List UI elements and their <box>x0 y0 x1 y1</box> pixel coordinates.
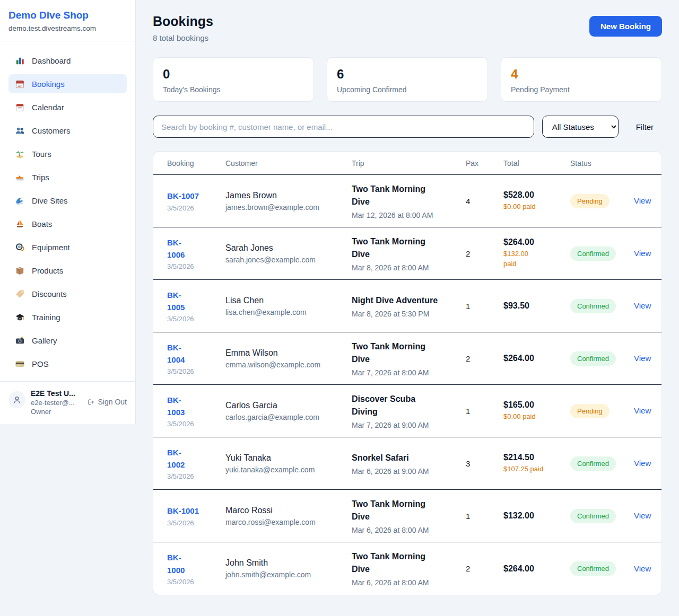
trip-datetime: Mar 7, 2026 at 8:00 AM <box>352 368 466 377</box>
pax-count: 4 <box>466 197 503 206</box>
sidebar-item-dashboard[interactable]: Dashboard <box>8 51 127 70</box>
booking-row-bk-1005: BK- 1005 3/5/2026 Lisa Chen lisa.chen@ex… <box>153 280 661 332</box>
total-amount: $264.00 <box>503 237 570 247</box>
total-amount: $132.00 <box>503 511 570 521</box>
sidebar-item-label: Dashboard <box>32 56 71 65</box>
sidebar-item-bookings[interactable]: 17 Bookings <box>8 74 127 93</box>
trip-datetime: Mar 6, 2026 at 8:00 AM <box>352 578 466 587</box>
booking-date: 3/5/2026 <box>167 204 225 212</box>
view-link[interactable]: View <box>634 511 651 520</box>
booking-date: 3/5/2026 <box>167 420 225 428</box>
view-link[interactable]: View <box>634 354 651 363</box>
customer-email: sarah.jones@example.com <box>225 256 352 264</box>
customer-name: Sarah Jones <box>225 243 352 253</box>
trip-datetime: Mar 8, 2026 at 5:30 PM <box>352 310 466 318</box>
page-title: Bookings <box>153 14 213 29</box>
booking-row-bk-1003: BK- 1003 3/5/2026 Carlos Garcia carlos.g… <box>153 385 661 437</box>
status-select[interactable]: All Statuses <box>542 116 619 138</box>
trip-name: Night Dive Adventure <box>352 294 466 307</box>
booking-row-bk-1006: BK- 1006 3/5/2026 Sarah Jones sarah.jone… <box>153 227 661 280</box>
stat-card: 6 Upcoming Confirmed <box>327 57 488 102</box>
column-header-total: Total <box>503 159 570 168</box>
customer-email: lisa.chen@example.com <box>225 308 352 316</box>
new-booking-button[interactable]: New Booking <box>589 16 662 37</box>
stat-label: Pending Payment <box>511 85 652 94</box>
sidebar-item-label: Products <box>32 266 63 275</box>
filter-button[interactable]: Filter <box>626 122 662 131</box>
booking-id-link[interactable]: BK- 1004 <box>167 341 185 366</box>
camera-icon <box>15 336 25 346</box>
sidebar-item-pos[interactable]: POS <box>8 354 127 373</box>
pax-count: 1 <box>466 302 503 311</box>
booking-id-link[interactable]: BK- 1003 <box>167 394 185 419</box>
stat-card: 0 Today's Bookings <box>153 57 314 102</box>
trip-datetime: Mar 12, 2026 at 8:00 AM <box>352 211 466 219</box>
sidebar-item-label: POS <box>32 359 49 368</box>
status-badge: Pending <box>570 404 610 418</box>
customers-icon <box>15 126 25 136</box>
sidebar-item-label: Equipment <box>32 243 70 252</box>
tag-icon <box>15 289 25 299</box>
trip-name: Two Tank Morning Dive <box>352 340 466 366</box>
sidebar-item-calendar[interactable]: Calendar <box>8 98 127 117</box>
status-badge: Confirmed <box>570 351 616 366</box>
booking-id-link[interactable]: BK-1007 <box>167 190 199 202</box>
stat-label: Today's Bookings <box>163 85 304 94</box>
sidebar-item-label: Boats <box>32 219 52 228</box>
view-link[interactable]: View <box>634 406 651 415</box>
shop-domain: demo.test.divestreams.com <box>8 24 127 32</box>
sidebar-item-label: Customers <box>32 126 71 135</box>
trip-name: Two Tank Morning Dive <box>352 498 466 523</box>
booking-id-link[interactable]: BK- 1000 <box>167 551 185 576</box>
user-meta: E2E Test U... e2e-tester@... Owner <box>31 389 82 416</box>
view-link[interactable]: View <box>634 249 651 258</box>
paid-amount: $0.00 paid <box>503 202 570 212</box>
customer-email: emma.wilson@example.com <box>225 360 352 369</box>
trip-name: Two Tank Morning Dive <box>352 183 466 208</box>
trip-name: Two Tank Morning Dive <box>352 550 466 576</box>
sidebar-item-tours[interactable]: Tours <box>8 144 127 163</box>
customer-email: james.brown@example.com <box>225 203 352 212</box>
sidebar-item-products[interactable]: Products <box>8 261 127 280</box>
trip-name: Snorkel Safari <box>352 452 466 464</box>
sidebar-item-equipment[interactable]: Equipment <box>8 237 127 257</box>
trip-name: Discover Scuba Diving <box>352 393 466 418</box>
sidebar-item-gallery[interactable]: Gallery <box>8 331 127 350</box>
customer-name: Emma Wilson <box>225 348 352 358</box>
trip-datetime: Mar 8, 2026 at 8:00 AM <box>352 263 466 272</box>
shop-name: Demo Dive Shop <box>8 10 127 21</box>
total-amount: $214.50 <box>503 453 570 462</box>
sidebar-item-dive-sites[interactable]: Dive Sites <box>8 191 127 210</box>
pax-count: 2 <box>466 249 503 258</box>
stat-value: 0 <box>163 67 304 82</box>
booking-id-link[interactable]: BK- 1005 <box>167 289 185 314</box>
sign-out-button[interactable]: Sign Out <box>87 398 127 406</box>
booking-date: 3/5/2026 <box>167 472 225 480</box>
user-email: e2e-tester@... <box>31 399 82 407</box>
user-section: E2E Test U... e2e-tester@... Owner Sign … <box>0 381 135 424</box>
view-link[interactable]: View <box>634 196 651 205</box>
sidebar-item-boats[interactable]: Boats <box>8 214 127 233</box>
search-input[interactable] <box>153 116 534 138</box>
sidebar-item-training[interactable]: Training <box>8 307 127 327</box>
booking-row-bk-1004: BK- 1004 3/5/2026 Emma Wilson emma.wilso… <box>153 332 661 385</box>
booking-id-link[interactable]: BK-1001 <box>167 505 199 517</box>
column-header-booking: Booking <box>167 159 225 168</box>
table-body: BK-1007 3/5/2026 James Brown james.brown… <box>153 175 661 595</box>
view-link[interactable]: View <box>634 564 651 573</box>
total-amount: $93.50 <box>503 301 570 311</box>
sidebar-item-trips[interactable]: Trips <box>8 168 127 187</box>
view-link[interactable]: View <box>634 301 651 310</box>
sidebar-item-label: Gallery <box>32 336 57 345</box>
stat-cards: 0 Today's Bookings 6 Upcoming Confirmed … <box>153 57 662 102</box>
credit-card-icon <box>15 359 25 369</box>
graduation-cap-icon <box>15 312 25 322</box>
sidebar-item-discounts[interactable]: Discounts <box>8 284 127 303</box>
sidebar-item-customers[interactable]: Customers <box>8 121 127 140</box>
booking-id-link[interactable]: BK- 1006 <box>167 236 185 261</box>
view-link[interactable]: View <box>634 459 651 468</box>
stat-label: Upcoming Confirmed <box>337 85 478 94</box>
booking-id-link[interactable]: BK- 1002 <box>167 446 185 471</box>
customer-email: carlos.garcia@example.com <box>225 413 352 421</box>
booking-row-bk-1000: BK- 1000 3/5/2026 John Smith john.smith@… <box>153 542 661 595</box>
